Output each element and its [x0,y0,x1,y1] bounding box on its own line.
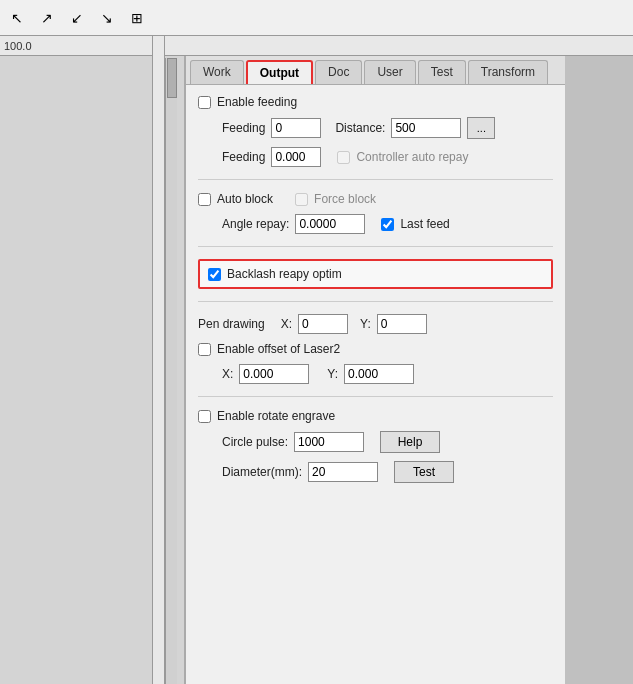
enable-rotate-checkbox[interactable] [198,410,211,423]
diameter-row: Diameter(mm): Test [222,461,553,483]
tab-bar: Work Output Doc User Test Transform [186,56,565,85]
feeding1-input[interactable] [271,118,321,138]
last-feed-label: Last feed [400,217,449,231]
distance-input[interactable] [391,118,461,138]
vertical-scrollbar[interactable] [165,58,177,684]
offset-coords-row: X: Y: [222,364,553,384]
feeding1-label: Feeding [222,121,265,135]
offset-y-label: Y: [327,367,338,381]
enable-rotate-row: Enable rotate engrave [198,409,553,423]
feeding2-label: Feeding [222,150,265,164]
auto-block-checkbox[interactable] [198,193,211,206]
pen-y-input[interactable] [377,314,427,334]
vertical-ruler [152,36,164,684]
offset-x-input[interactable] [239,364,309,384]
enable-feeding-row: Enable feeding [198,95,553,109]
backlash-checkbox[interactable] [208,268,221,281]
angle-repay-label: Angle repay: [222,217,289,231]
offset-x-label: X: [222,367,233,381]
tab-work[interactable]: Work [190,60,244,84]
right-panel: Work Output Doc User Test Transform Enab… [185,56,565,684]
circle-pulse-row: Circle pulse: Help [222,431,553,453]
pen-x-input[interactable] [298,314,348,334]
enable-rotate-label: Enable rotate engrave [217,409,335,423]
grid-view-icon[interactable]: ⊞ [126,7,148,29]
scrollbar-thumb[interactable] [167,58,177,98]
enable-offset-row: Enable offset of Laser2 [198,342,553,356]
auto-block-row: Auto block Force block [198,192,553,206]
divider2 [198,246,553,247]
circle-pulse-label: Circle pulse: [222,435,288,449]
circle-pulse-input[interactable] [294,432,364,452]
angle-repay-input[interactable] [295,214,365,234]
last-feed-checkbox[interactable] [381,218,394,231]
enable-feeding-label: Enable feeding [217,95,297,109]
tab-test[interactable]: Test [418,60,466,84]
tab-doc[interactable]: Doc [315,60,362,84]
canvas-area [165,56,185,684]
toolbar: ↖ ↗ ↙ ↘ ⊞ [0,0,633,36]
tab-output[interactable]: Output [246,60,313,84]
dots-button[interactable]: ... [467,117,495,139]
force-block-label: Force block [314,192,376,206]
enable-offset-checkbox[interactable] [198,343,211,356]
ruler-value: 100.0 [0,36,164,56]
enable-offset-label: Enable offset of Laser2 [217,342,340,356]
offset-y-input[interactable] [344,364,414,384]
divider3 [198,301,553,302]
feeding-row2: Feeding Controller auto repay [222,147,553,167]
auto-block-label: Auto block [217,192,273,206]
arrow-up-right-icon[interactable]: ↗ [36,7,58,29]
pen-x-label: X: [281,317,292,331]
feeding-row1: Feeding Distance: ... [222,117,553,139]
enable-feeding-checkbox[interactable] [198,96,211,109]
force-block-checkbox[interactable] [295,193,308,206]
help-button[interactable]: Help [380,431,440,453]
feeding2-input[interactable] [271,147,321,167]
arrow-down-icon[interactable]: ↙ [66,7,88,29]
backlash-label: Backlash reapy optim [227,267,342,281]
controller-checkbox[interactable] [337,151,350,164]
divider1 [198,179,553,180]
canvas-left [0,56,153,684]
tab-user[interactable]: User [364,60,415,84]
tab-transform[interactable]: Transform [468,60,548,84]
controller-label: Controller auto repay [356,150,468,164]
left-panel: 100.0 [0,36,165,684]
arrow-down-left-icon[interactable]: ↘ [96,7,118,29]
pen-drawing-row: Pen drawing X: Y: [198,314,553,334]
divider4 [198,396,553,397]
angle-repay-row: Angle repay: Last feed [222,214,553,234]
horizontal-ruler [165,36,633,56]
diameter-label: Diameter(mm): [222,465,302,479]
pen-y-label: Y: [360,317,371,331]
backlash-section: Backlash reapy optim [198,259,553,289]
diameter-input[interactable] [308,462,378,482]
test-button[interactable]: Test [394,461,454,483]
pen-drawing-label: Pen drawing [198,317,265,331]
ruler-number: 100.0 [4,40,32,52]
panel-content: Enable feeding Feeding Distance: ... Fee… [186,85,565,684]
arrow-up-left-icon[interactable]: ↖ [6,7,28,29]
distance-label: Distance: [335,121,385,135]
